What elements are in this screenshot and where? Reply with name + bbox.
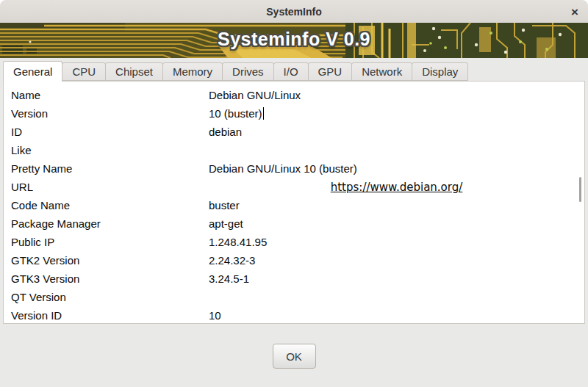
close-icon[interactable]: ×	[571, 5, 578, 18]
banner: Systeminfo V 0.9	[0, 23, 588, 58]
field-label: GTK3 Version	[11, 272, 209, 285]
field-label: ID	[11, 126, 209, 138]
tab-general[interactable]: General	[3, 61, 62, 82]
info-row-gtk3-version: GTK3 Version 3.24.5-1	[4, 270, 584, 288]
info-row-name: Name Debian GNU/Linux	[4, 86, 584, 104]
field-value: Debian GNU/Linux	[209, 89, 584, 101]
field-label: Version ID	[11, 309, 209, 322]
field-value: Debian GNU/Linux 10 (buster)	[209, 162, 584, 175]
field-value: debian	[209, 126, 584, 138]
field-label: QT Version	[11, 291, 209, 303]
field-label: Package Manager	[11, 217, 209, 230]
field-value: 10	[209, 309, 584, 322]
info-row-like: Like	[4, 141, 584, 159]
debian-url-link[interactable]: https://www.debian.org/	[331, 181, 463, 194]
info-row-qt-version: QT Version	[4, 288, 584, 306]
field-value: buster	[209, 199, 584, 211]
tab-io[interactable]: I/O	[273, 62, 309, 81]
field-label: URL	[11, 181, 209, 193]
info-row-code-name: Code Name buster	[4, 196, 584, 214]
window-title: SystemInfo	[266, 6, 321, 18]
tab-cpu[interactable]: CPU	[62, 62, 106, 81]
info-row-version: Version 10 (buster)	[4, 104, 584, 123]
field-label: Public IP	[11, 236, 209, 248]
tab-display[interactable]: Display	[412, 62, 468, 81]
tab-chipset[interactable]: Chipset	[105, 62, 163, 81]
tab-memory[interactable]: Memory	[162, 62, 223, 81]
field-label: Name	[11, 89, 209, 101]
field-value: 2.24.32-3	[209, 254, 584, 267]
tab-network[interactable]: Network	[351, 62, 412, 81]
ok-button[interactable]: OK	[273, 344, 316, 369]
field-label: Pretty Name	[11, 162, 209, 175]
tab-gpu[interactable]: GPU	[308, 62, 353, 81]
general-tab-panel: Name Debian GNU/Linux Version 10 (buster…	[3, 81, 585, 324]
info-row-public-ip: Public IP 1.248.41.95	[4, 233, 584, 251]
info-row-package-manager: Package Manager apt-get	[4, 214, 584, 233]
info-row-pretty-name: Pretty Name Debian GNU/Linux 10 (buster)	[4, 159, 584, 178]
field-label: Like	[11, 144, 209, 156]
field-value: 3.24.5-1	[209, 272, 584, 285]
text-cursor	[263, 107, 264, 120]
info-row-gtk2-version: GTK2 Version 2.24.32-3	[4, 251, 584, 270]
field-label: Version	[11, 107, 209, 120]
titlebar[interactable]: SystemInfo ×	[0, 0, 588, 23]
field-value: https://www.debian.org/	[209, 181, 584, 194]
systeminfo-window: SystemInfo ×	[0, 0, 588, 387]
field-value: 1.248.41.95	[209, 236, 584, 248]
field-label: GTK2 Version	[11, 254, 209, 267]
scrollbar-thumb[interactable]	[579, 177, 581, 202]
field-value[interactable]: 10 (buster)	[209, 107, 584, 120]
tab-drives[interactable]: Drives	[222, 62, 274, 81]
banner-title: Systeminfo V 0.9	[0, 29, 588, 50]
info-row-id: ID debian	[4, 123, 584, 141]
version-text: 10 (buster)	[209, 107, 262, 120]
field-value: apt-get	[209, 217, 584, 230]
info-row-version-id: Version ID 10	[4, 306, 584, 324]
dialog-footer: OK	[0, 324, 588, 387]
tab-bar: General CPU Chipset Memory Drives I/O GP…	[0, 58, 588, 81]
field-label: Code Name	[11, 199, 209, 211]
info-row-url: URL https://www.debian.org/	[4, 178, 584, 196]
